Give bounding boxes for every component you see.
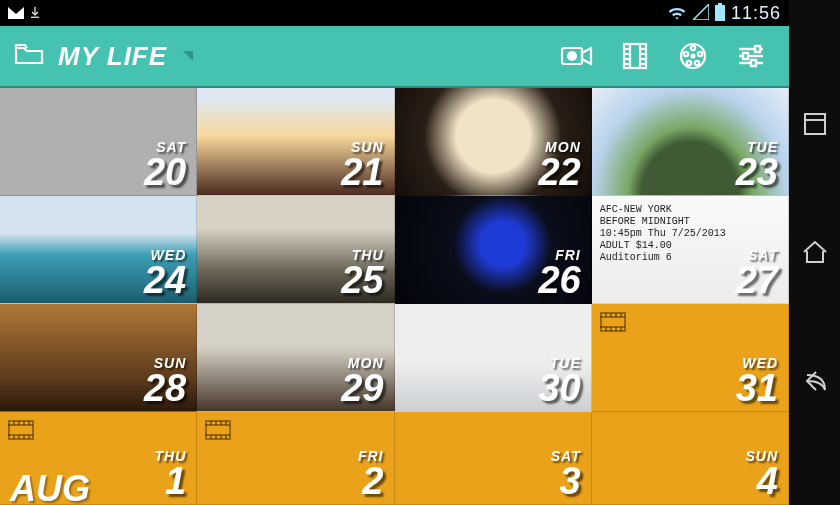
day-number: 3 bbox=[551, 464, 581, 498]
gmail-icon bbox=[8, 7, 24, 19]
month-label: AUG bbox=[10, 468, 90, 505]
svg-point-3 bbox=[568, 52, 576, 60]
day-number: 25 bbox=[341, 263, 383, 297]
date-label: MON22 bbox=[538, 139, 580, 189]
day-tile[interactable]: SUN4 bbox=[592, 412, 789, 505]
filmstrip-icon bbox=[8, 420, 34, 440]
date-label: SAT20 bbox=[144, 139, 186, 189]
day-tile[interactable]: FRI26 bbox=[395, 196, 592, 304]
status-bar: 11:56 bbox=[0, 0, 789, 26]
svg-rect-0 bbox=[718, 3, 722, 5]
day-tile[interactable]: SAT20 bbox=[0, 88, 197, 196]
date-label: THU25 bbox=[341, 247, 383, 297]
cell-signal-icon bbox=[693, 4, 709, 23]
filmstrip-icon bbox=[600, 312, 626, 332]
battery-icon bbox=[715, 3, 725, 24]
date-label: SAT27 bbox=[736, 247, 778, 297]
svg-rect-61 bbox=[805, 114, 825, 134]
svg-rect-25 bbox=[755, 46, 760, 52]
day-number: 26 bbox=[538, 263, 580, 297]
date-label: WED31 bbox=[736, 355, 778, 405]
day-tile[interactable]: WED24 bbox=[0, 196, 197, 304]
back-button[interactable] bbox=[799, 365, 831, 397]
date-label: FRI2 bbox=[358, 448, 384, 498]
home-button[interactable] bbox=[799, 236, 831, 268]
day-tile[interactable]: FRI2 bbox=[197, 412, 394, 505]
day-number: 20 bbox=[144, 155, 186, 189]
svg-point-20 bbox=[684, 52, 688, 56]
folder-icon[interactable] bbox=[14, 42, 44, 70]
date-label: SUN4 bbox=[745, 448, 778, 498]
svg-rect-1 bbox=[715, 5, 725, 21]
day-number: 24 bbox=[144, 263, 186, 297]
day-tile[interactable]: AUG2013THU1 bbox=[0, 412, 197, 505]
settings-sliders-button[interactable] bbox=[727, 32, 775, 80]
day-tile[interactable]: SUN21 bbox=[197, 88, 394, 196]
day-number: 29 bbox=[341, 371, 383, 405]
day-number: 30 bbox=[538, 371, 580, 405]
recent-apps-button[interactable] bbox=[799, 108, 831, 140]
date-label: THU1 bbox=[154, 448, 186, 498]
date-label: SUN28 bbox=[144, 355, 186, 405]
svg-rect-26 bbox=[743, 53, 748, 59]
reel-button[interactable] bbox=[669, 32, 717, 80]
date-label: SUN21 bbox=[341, 139, 383, 189]
svg-point-19 bbox=[687, 61, 691, 65]
receipt-text: AFC-NEW YORK BEFORE MIDNIGHT 10:45pm Thu… bbox=[600, 204, 726, 264]
date-label: FRI26 bbox=[538, 247, 580, 297]
svg-rect-27 bbox=[751, 60, 756, 66]
day-number: 27 bbox=[736, 263, 778, 297]
svg-point-17 bbox=[698, 52, 702, 56]
app-bar: MY LIFE bbox=[0, 26, 789, 88]
day-tile[interactable]: MON22 bbox=[395, 88, 592, 196]
svg-rect-62 bbox=[805, 114, 825, 120]
day-number: 28 bbox=[144, 371, 186, 405]
day-number: 23 bbox=[736, 155, 778, 189]
date-label: WED24 bbox=[144, 247, 186, 297]
day-number: 21 bbox=[341, 155, 383, 189]
day-tile[interactable]: TUE23 bbox=[592, 88, 789, 196]
day-tile[interactable]: MON29 bbox=[197, 304, 394, 412]
project-title[interactable]: MY LIFE bbox=[58, 41, 167, 72]
day-number: 22 bbox=[538, 155, 580, 189]
day-number: 4 bbox=[745, 464, 778, 498]
day-tile[interactable]: SAT3 bbox=[395, 412, 592, 505]
svg-point-21 bbox=[692, 55, 695, 58]
day-tile[interactable]: AFC-NEW YORK BEFORE MIDNIGHT 10:45pm Thu… bbox=[592, 196, 789, 304]
dropdown-indicator-icon[interactable] bbox=[183, 51, 193, 61]
filmstrip-icon bbox=[205, 420, 231, 440]
clock-text: 11:56 bbox=[731, 3, 781, 24]
record-video-button[interactable] bbox=[553, 32, 601, 80]
day-tile[interactable]: TUE30 bbox=[395, 304, 592, 412]
day-number: 1 bbox=[154, 464, 186, 498]
calendar-grid: SAT20SUN21MON22TUE23WED24THU25FRI26AFC-N… bbox=[0, 88, 789, 505]
day-tile[interactable]: THU25 bbox=[197, 196, 394, 304]
date-label: MON29 bbox=[341, 355, 383, 405]
svg-point-18 bbox=[695, 61, 699, 65]
download-icon bbox=[28, 5, 42, 22]
day-tile[interactable]: WED31 bbox=[592, 304, 789, 412]
day-number: 31 bbox=[736, 371, 778, 405]
date-label: TUE30 bbox=[538, 355, 580, 405]
day-tile[interactable]: SUN28 bbox=[0, 304, 197, 412]
day-number: 2 bbox=[358, 464, 384, 498]
date-label: SAT3 bbox=[551, 448, 581, 498]
system-navbar bbox=[789, 0, 840, 505]
filmstrip-button[interactable] bbox=[611, 32, 659, 80]
date-label: TUE23 bbox=[736, 139, 778, 189]
wifi-icon bbox=[667, 4, 687, 23]
svg-point-16 bbox=[691, 46, 695, 50]
